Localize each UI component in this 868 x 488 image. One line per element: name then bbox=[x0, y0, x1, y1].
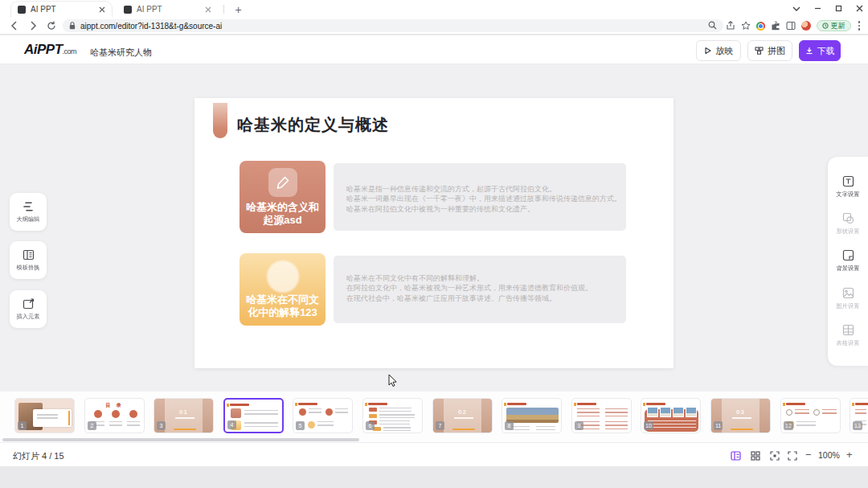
card-1-body[interactable]: 哈基米是指一种信息传递和交流的方式，起源于古代阿拉伯文化。 哈基米一词最早出现在… bbox=[334, 163, 626, 231]
thumb-graphic bbox=[244, 410, 278, 416]
aippt-logo[interactable]: AiPPT.com bbox=[24, 42, 76, 58]
insert-element-button[interactable]: 插入元素 bbox=[10, 290, 47, 328]
thumb-graphic bbox=[68, 411, 71, 425]
tab-close-icon[interactable] bbox=[205, 6, 211, 13]
thumb-section-label: 02 bbox=[433, 408, 492, 416]
grid-view-icon[interactable] bbox=[749, 449, 761, 461]
slide-thumbnail-1[interactable]: 1 bbox=[14, 398, 75, 433]
play-icon bbox=[704, 47, 712, 55]
card-1-label-block[interactable]: 哈基米的含义和起源asd bbox=[240, 161, 326, 233]
slide-thumbnail-12[interactable]: 12 bbox=[780, 398, 841, 433]
address-bar[interactable]: aippt.com/editor?id-1318&t-g&source-ai bbox=[63, 19, 723, 32]
close-window-icon[interactable] bbox=[856, 5, 863, 12]
thumb-graphic bbox=[174, 429, 196, 431]
slide-thumbnail-2[interactable]: 目 录 2 bbox=[84, 398, 145, 433]
title-accent-bar bbox=[213, 103, 227, 138]
slide-thumbnail-13[interactable]: 13 bbox=[850, 398, 868, 433]
slide-thumbnail-4-selected[interactable]: 4 bbox=[223, 398, 284, 433]
forward-icon[interactable] bbox=[27, 19, 39, 32]
thumb-graphic bbox=[660, 407, 671, 417]
tab-favicon bbox=[18, 6, 26, 14]
image-settings-button[interactable]: 图片设置 bbox=[835, 287, 861, 310]
image-settings-label: 图片设置 bbox=[837, 301, 860, 310]
background-settings-icon bbox=[842, 249, 854, 261]
thumb-graphic bbox=[369, 408, 377, 412]
slide-canvas[interactable]: 哈基米的定义与概述 哈基米的含义和起源asd 哈基米是指一种信息传递和交流的方式… bbox=[194, 98, 674, 368]
browser-update-button[interactable]: 更新 bbox=[817, 20, 851, 31]
profile-avatar[interactable] bbox=[801, 21, 811, 31]
slide-thumbnail-9[interactable]: 9 bbox=[571, 398, 632, 433]
reload-icon[interactable] bbox=[45, 19, 58, 32]
thumb-graphic bbox=[796, 421, 816, 429]
insert-element-icon bbox=[23, 298, 35, 310]
bookmark-star-icon[interactable] bbox=[741, 21, 751, 31]
zoom-out-button[interactable]: − bbox=[805, 449, 812, 461]
thumb-graphic bbox=[127, 421, 140, 429]
card-2-body[interactable]: 哈基米在不同文化中有不同的解释和理解。 在阿拉伯文化中，哈基米被视为一种艺术形式… bbox=[334, 256, 626, 323]
download-button[interactable]: 下载 bbox=[799, 40, 841, 61]
thumb-graphic bbox=[855, 409, 866, 416]
thumb-number-badge: 7 bbox=[436, 421, 444, 430]
slide-thumbnail-10[interactable]: 10 bbox=[641, 398, 701, 433]
present-button[interactable]: 放映 bbox=[696, 40, 741, 61]
minimize-icon[interactable] bbox=[814, 5, 821, 12]
insert-element-label: 插入元素 bbox=[17, 312, 40, 320]
thumb-graphic bbox=[786, 409, 792, 416]
fullscreen-icon[interactable] bbox=[786, 449, 798, 461]
thumb-graphic bbox=[481, 399, 492, 433]
thumb-graphic bbox=[731, 429, 753, 431]
card-2-label-block[interactable]: 哈基米在不同文化中的解释123 bbox=[240, 253, 326, 326]
card-2-line: 在现代社会中，哈基米被广泛应用于故事讲述、广告传播等领域。 bbox=[346, 293, 626, 303]
thumb-graphic bbox=[383, 427, 411, 431]
maximize-icon[interactable] bbox=[835, 5, 842, 12]
zoom-level: 100% bbox=[818, 450, 840, 460]
template-swap-button[interactable]: 模板替换 bbox=[10, 241, 47, 279]
filmstrip-view-icon[interactable] bbox=[730, 449, 742, 461]
slide-thumbnail-5[interactable]: 5 bbox=[293, 398, 353, 433]
background-settings-button[interactable]: 背景设置 bbox=[835, 249, 861, 273]
thumb-graphic bbox=[855, 403, 868, 405]
mouse-cursor bbox=[388, 374, 399, 391]
thumb-graphic bbox=[368, 403, 387, 405]
outline-edit-button[interactable]: 大纲编辑 bbox=[10, 193, 47, 231]
collage-button[interactable]: 拼图 bbox=[747, 40, 792, 61]
thumb-graphic bbox=[231, 408, 241, 418]
slide-thumbnail-6[interactable]: 6 bbox=[362, 398, 423, 433]
slide-thumbnail-11[interactable]: 03 11 bbox=[710, 398, 771, 433]
collage-label: 拼图 bbox=[768, 45, 785, 57]
thumb-graphic bbox=[647, 407, 658, 417]
filmstrip-scrollbar[interactable] bbox=[2, 438, 359, 441]
zoom-in-button[interactable]: + bbox=[846, 449, 853, 461]
thumb-graphic bbox=[822, 409, 837, 416]
browser-tab-inactive[interactable]: AI PPT bbox=[117, 2, 218, 17]
share-icon[interactable] bbox=[726, 21, 735, 31]
slide-thumbnail-3[interactable]: 01 3 bbox=[154, 398, 214, 433]
text-settings-button[interactable]: 文字设置 bbox=[835, 175, 861, 199]
extensions-puzzle-icon[interactable] bbox=[771, 21, 780, 31]
editor-workspace: 大纲编辑 模板替换 插入元素 哈基米的定义与概述 哈基米的含义和起源asd 哈基… bbox=[0, 64, 868, 392]
thumb-graphic bbox=[605, 408, 628, 416]
zoom-page-icon[interactable] bbox=[708, 18, 717, 33]
document-title[interactable]: 哈基米研究人物 bbox=[90, 47, 152, 59]
thumb-graphic bbox=[203, 399, 213, 433]
browser-menu-icon[interactable] bbox=[857, 21, 862, 31]
browser-tab-active[interactable]: AI PPT bbox=[11, 2, 112, 17]
shape-settings-button[interactable]: 形状设置 bbox=[835, 212, 861, 236]
chevron-down-icon[interactable] bbox=[792, 6, 800, 11]
table-settings-button[interactable]: 表格设置 bbox=[835, 324, 861, 347]
sidebar-panel-icon[interactable] bbox=[786, 21, 796, 31]
window-controls bbox=[792, 0, 863, 17]
chrome-extension-icon[interactable] bbox=[756, 22, 765, 31]
back-icon[interactable] bbox=[8, 19, 21, 32]
thumb-section-label: 01 bbox=[154, 408, 213, 416]
slide-title[interactable]: 哈基米的定义与概述 bbox=[237, 114, 389, 136]
slide-thumbnail-8[interactable]: 8 bbox=[502, 398, 562, 433]
tab-close-icon[interactable] bbox=[99, 6, 105, 13]
thumb-graphic bbox=[308, 421, 315, 429]
thumb-graphic bbox=[673, 407, 684, 417]
thumb-graphic bbox=[813, 409, 820, 416]
slide-thumbnail-7[interactable]: 02 7 bbox=[432, 398, 493, 433]
fit-screen-icon[interactable] bbox=[768, 449, 780, 461]
thumb-graphic bbox=[577, 403, 596, 405]
new-tab-button[interactable]: + bbox=[231, 2, 245, 16]
